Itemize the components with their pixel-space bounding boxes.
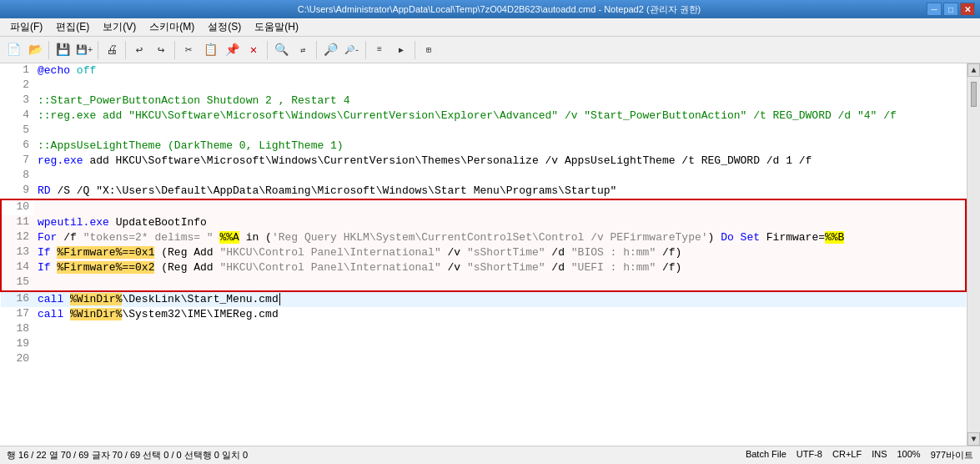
statusbar-info: Batch File UTF-8 CR+LF INS 100% 977바이트 [746,449,973,461]
menu-settings[interactable]: 설정(S) [201,18,248,36]
line-number: 17 [1,307,34,322]
line-content[interactable]: For /f "tokens=2* delims= " %%A in ('Reg… [34,230,966,245]
table-row: 7 reg.exe add HKCU\Software\Microsoft\Wi… [1,154,966,169]
zoom-out-button[interactable]: 🔎- [342,40,362,60]
redo-button[interactable]: ↪ [151,40,171,60]
scroll-up-arrow[interactable]: ▲ [967,63,980,77]
line-content[interactable] [34,337,966,352]
line-number: 8 [1,169,34,184]
line-content[interactable]: If %Firmware%==0x2 (Reg Add "HKCU\Contro… [34,260,966,275]
table-row: 4 ::reg.exe add "HKCU\Software\Microsoft… [1,108,966,124]
menu-file[interactable]: 파일(F) [3,18,49,36]
new-button[interactable]: 📄 [3,40,23,60]
table-row: 12 For /f "tokens=2* delims= " %%A in ('… [1,230,966,245]
menu-help[interactable]: 도움말(H) [248,18,305,36]
vertical-scrollbar[interactable]: ▲ ▼ [967,63,980,446]
line-number: 1 [1,63,34,78]
minimize-button[interactable]: ─ [927,3,942,16]
menu-schema[interactable]: 스키마(M) [143,18,201,36]
toolbar-sep-3 [125,41,126,59]
save-all-button[interactable]: 💾+ [74,40,94,60]
toolbar-sep-5 [267,41,268,59]
line-number: 4 [1,108,34,124]
table-row: 11 wpeutil.exe UpdateBootInfo [1,215,966,230]
menu-view[interactable]: 보기(V) [96,18,143,36]
toolbar-extra-3[interactable]: ⊞ [419,40,439,60]
cursor-position: 행 16 / 22 열 70 / 69 글자 70 / 69 선택 0 / 0 … [7,449,248,461]
line-content[interactable] [34,78,966,93]
toolbar-sep-8 [415,41,415,59]
line-content[interactable] [34,124,966,139]
line-number: 18 [1,322,34,337]
statusbar: 행 16 / 22 열 70 / 69 글자 70 / 69 선택 0 / 0 … [0,446,980,464]
undo-button[interactable]: ↩ [129,40,149,60]
line-number: 20 [1,352,34,367]
line-content[interactable] [34,199,966,215]
table-row: 19 [1,337,966,352]
toolbar-sep-2 [98,41,98,59]
line-number: 15 [1,275,34,291]
line-content[interactable]: If %Firmware%==0x1 (Reg Add "HKCU\Contro… [34,245,966,260]
line-content[interactable] [34,322,966,337]
line-number: 16 [1,291,34,307]
toolbar-extra-1[interactable]: ≡ [369,40,389,60]
insert-mode: INS [872,449,887,461]
window-title: C:\Users\Administrator\AppData\Local\Tem… [72,3,927,16]
replace-button[interactable]: ⇄ [293,40,313,60]
line-content[interactable]: ::AppsUseLightTheme (DarkTheme 0, LightT… [34,139,966,154]
scroll-thumb[interactable] [971,82,977,107]
line-content[interactable]: ::reg.exe add "HKCU\Software\Microsoft\W… [34,108,966,124]
toolbar-sep-6 [316,41,317,59]
line-number: 6 [1,139,34,154]
delete-button[interactable]: ✕ [244,40,264,60]
print-button[interactable]: 🖨 [102,40,122,60]
close-button[interactable]: ✕ [960,3,975,16]
menubar: 파일(F) 편집(E) 보기(V) 스키마(M) 설정(S) 도움말(H) [0,18,980,37]
table-row: 8 [1,169,966,184]
statusbar-position: 행 16 / 22 열 70 / 69 글자 70 / 69 선택 0 / 0 … [7,449,248,461]
cut-button[interactable]: ✂ [178,40,199,60]
line-content[interactable] [34,169,966,184]
line-number: 7 [1,154,34,169]
table-row: 18 [1,322,966,337]
encoding-label: UTF-8 [797,449,822,461]
line-number: 14 [1,260,34,275]
line-number: 9 [1,184,34,199]
line-content[interactable]: wpeutil.exe UpdateBootInfo [34,215,966,230]
zoom-in-button[interactable]: 🔎 [320,40,340,60]
line-content[interactable]: @echo off [34,63,966,78]
code-area[interactable]: 1 @echo off 2 3 ::Start_PowerButtonActio… [0,63,967,446]
line-content[interactable] [34,275,966,291]
line-content[interactable]: call %WinDir%\DeskLink\Start_Menu.cmd [34,291,966,307]
line-content[interactable]: call %WinDir%\System32\IME\IMEReg.cmd [34,307,966,322]
table-row: 5 [1,124,966,139]
maximize-button[interactable]: □ [943,3,958,16]
zoom-level: 100% [897,449,921,461]
line-number: 3 [1,93,34,108]
line-number: 12 [1,230,34,245]
paste-button[interactable]: 📌 [222,40,242,60]
titlebar: C:\Users\Administrator\AppData\Local\Tem… [0,0,980,18]
copy-button[interactable]: 📋 [200,40,220,60]
line-content[interactable]: ::Start_PowerButtonAction Shutdown 2 , R… [34,93,966,108]
code-table: 1 @echo off 2 3 ::Start_PowerButtonActio… [0,63,967,367]
window-controls[interactable]: ─ □ ✕ [927,3,975,16]
toolbar: 📄 📂 💾 💾+ 🖨 ↩ ↪ ✂ 📋 📌 ✕ 🔍 ⇄ 🔎 🔎- ≡ ▶ ⊞ [0,37,980,63]
scroll-down-arrow[interactable]: ▼ [967,432,980,446]
table-row: 17 call %WinDir%\System32\IME\IMEReg.cmd [1,307,966,322]
toolbar-sep-7 [365,41,366,59]
line-number: 13 [1,245,34,260]
open-button[interactable]: 📂 [25,40,45,60]
line-number: 5 [1,124,34,139]
toolbar-extra-2[interactable]: ▶ [391,40,411,60]
line-content[interactable] [34,352,966,367]
table-row: 1 @echo off [1,63,966,78]
find-button[interactable]: 🔍 [271,40,291,60]
line-content[interactable]: RD /S /Q "X:\Users\Default\AppData\Roami… [34,184,966,199]
save-button[interactable]: 💾 [53,40,73,60]
line-number: 11 [1,215,34,230]
line-content[interactable]: reg.exe add HKCU\Software\Microsoft\Wind… [34,154,966,169]
toolbar-sep-1 [48,41,49,59]
editor-wrapper: 1 @echo off 2 3 ::Start_PowerButtonActio… [0,63,980,446]
menu-edit[interactable]: 편집(E) [49,18,96,36]
